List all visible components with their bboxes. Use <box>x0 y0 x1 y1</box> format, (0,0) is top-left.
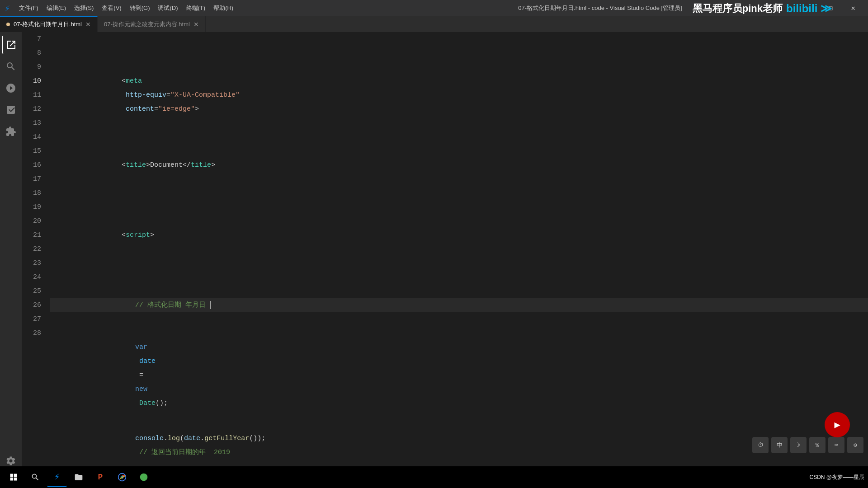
keyboard-icon[interactable]: ⌨ <box>828 437 844 453</box>
line-num-26: 26 <box>22 298 41 312</box>
taskbar-chrome[interactable] <box>112 467 132 487</box>
line-num-7: 7 <box>22 32 41 46</box>
line-num-12: 12 <box>22 102 41 116</box>
tab-active-file[interactable]: 07-格式化日期年月日.html ✕ <box>0 16 98 32</box>
activity-search-icon[interactable] <box>2 57 20 75</box>
tab-modified-dot <box>6 23 10 26</box>
editor-area[interactable]: 7 8 9 10 11 12 13 14 15 16 17 18 19 20 2… <box>22 32 868 474</box>
code-line-12: console.log(date.getFullYear()); // 返回当前… <box>50 438 868 452</box>
line-num-17: 17 <box>22 172 41 186</box>
title-bar: ⚡ 文件(F) 编辑(E) 选择(S) 查看(V) 转到(G) 调试(D) 终端… <box>0 0 868 16</box>
svg-point-2 <box>140 474 148 481</box>
line-num-27: 27 <box>22 312 41 326</box>
activity-explorer-icon[interactable] <box>2 36 20 54</box>
bilibili-logo: bilibili ≫ <box>786 2 832 15</box>
line-num-24: 24 <box>22 270 41 284</box>
taskbar-search[interactable] <box>25 467 45 487</box>
line-num-9: 9 <box>22 60 41 74</box>
line-num-8: 8 <box>22 46 41 60</box>
code-line-7: <meta http-equiv="X-UA-Compatible" conte… <box>50 88 868 102</box>
taskbar-user-info: CSDN @夜梦——星辰 <box>809 474 864 481</box>
code-content[interactable]: <meta http-equiv="X-UA-Compatible" conte… <box>47 32 868 474</box>
menu-debug[interactable]: 调试(D) <box>154 2 181 14</box>
moon-icon[interactable]: ☽ <box>790 437 807 453</box>
play-button[interactable]: ▶ <box>825 412 850 437</box>
menu-terminal[interactable]: 终端(T) <box>183 2 209 14</box>
tab-bar: 07-格式化日期年月日.html ✕ 07-操作元素之改变元素内容.html ✕ <box>0 16 868 32</box>
line-num-16: 16 <box>22 158 41 172</box>
bottom-floating-toolbar: ⏱ 中 ☽ % ⌨ ⚙ <box>752 437 863 453</box>
start-button[interactable] <box>4 467 24 487</box>
lang-zh-icon[interactable]: 中 <box>771 437 788 453</box>
menu-help[interactable]: 帮助(H) <box>210 2 237 14</box>
line-num-15: 15 <box>22 144 41 158</box>
line-num-22: 22 <box>22 242 41 256</box>
line-numbers: 7 8 9 10 11 12 13 14 15 16 17 18 19 20 2… <box>22 32 47 474</box>
text-cursor <box>210 301 211 309</box>
main-layout: 7 8 9 10 11 12 13 14 15 16 17 18 19 20 2… <box>0 32 868 474</box>
taskbar-explorer[interactable] <box>69 467 89 487</box>
line-num-10: 10 <box>22 74 41 88</box>
line-num-20: 20 <box>22 214 41 228</box>
settings-gear-icon[interactable]: ⚙ <box>847 437 863 453</box>
taskbar-right: CSDN @夜梦——星辰 <box>809 474 864 481</box>
line-num-21: 21 <box>22 228 41 242</box>
menu-view[interactable]: 查看(V) <box>98 2 125 14</box>
line-num-14: 14 <box>22 130 41 144</box>
line-num-25: 25 <box>22 284 41 298</box>
tab-close-active[interactable]: ✕ <box>85 21 91 28</box>
percent-icon[interactable]: % <box>809 437 826 453</box>
taskbar: ⚡ P CSDN @夜梦——星辰 <box>0 466 868 488</box>
line-num-23: 23 <box>22 256 41 270</box>
line-num-19: 19 <box>22 200 41 214</box>
close-button[interactable]: ✕ <box>843 1 863 15</box>
menu-file[interactable]: 文件(F) <box>15 2 42 14</box>
code-line-11: var date = new Date(); <box>50 368 868 382</box>
activity-git-icon[interactable] <box>2 79 20 97</box>
code-editor: 7 8 9 10 11 12 13 14 15 16 17 18 19 20 2… <box>22 32 868 474</box>
code-line-8: <title>Document</title> <box>50 158 868 172</box>
line-num-13: 13 <box>22 116 41 130</box>
vscode-logo: ⚡ <box>5 3 10 14</box>
menu-bar: 文件(F) 编辑(E) 选择(S) 查看(V) 转到(G) 调试(D) 终端(T… <box>15 2 403 14</box>
watermark: 黑马程序员pink老师 bilibili ≫ <box>693 2 832 15</box>
tab-close-inactive[interactable]: ✕ <box>193 21 199 28</box>
clock-icon[interactable]: ⏱ <box>752 437 769 453</box>
code-line-9: <script> <box>50 228 868 242</box>
tab-label-active: 07-格式化日期年月日.html <box>14 20 82 28</box>
code-line-10: // 格式化日期 年月日 <box>50 298 868 312</box>
activity-bar <box>0 32 22 474</box>
taskbar-other[interactable] <box>134 467 154 487</box>
tab-label-inactive: 07-操作元素之改变元素内容.html <box>104 20 190 28</box>
line-num-28: 28 <box>22 326 41 340</box>
taskbar-vscode[interactable]: ⚡ <box>47 467 67 487</box>
watermark-text: 黑马程序员pink老师 <box>693 2 783 15</box>
menu-edit[interactable]: 编辑(E) <box>43 2 70 14</box>
menu-select[interactable]: 选择(S) <box>71 2 97 14</box>
line-num-11: 11 <box>22 88 41 102</box>
tab-inactive-file[interactable]: 07-操作元素之改变元素内容.html ✕ <box>98 16 206 32</box>
menu-goto[interactable]: 转到(G) <box>126 2 154 14</box>
activity-extensions-icon[interactable] <box>2 122 20 141</box>
taskbar-powerpoint[interactable]: P <box>90 467 110 487</box>
activity-debug-icon[interactable] <box>2 101 20 119</box>
line-num-18: 18 <box>22 186 41 200</box>
